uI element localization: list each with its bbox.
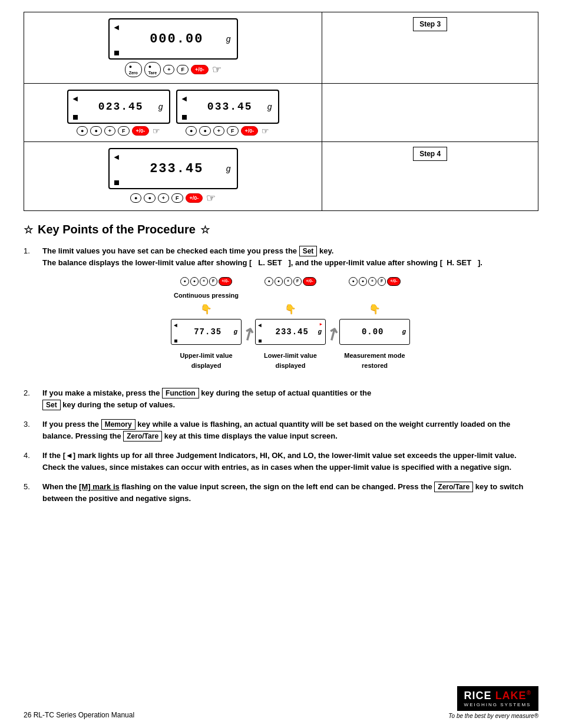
scale-display-r1: ◄ 000.00 g [108, 18, 238, 60]
mb-p1[interactable]: + [200, 277, 208, 286]
item-4-content: If the [◄] mark lights up for all three … [42, 450, 538, 473]
mb-p3[interactable]: + [368, 277, 376, 286]
ms-val-1: 77.35 [187, 326, 222, 338]
arrow-r2a: ◄ [71, 94, 80, 103]
star-right: ☆ [200, 223, 210, 236]
item-2-content: If you make a mistake, press the Functio… [42, 387, 538, 410]
pressing-col-2: ● ● + F +/0- x 👇 ◄ ▶ 233.45 [255, 277, 326, 370]
mb-t2[interactable]: ● [275, 277, 283, 286]
continuous-label: Continuous pressing [174, 291, 239, 301]
key-points-heading: ☆ Key Points of the Procedure ☆ [24, 223, 538, 236]
arrow-r3: ◄ [113, 152, 121, 162]
ms-sq-1 [174, 340, 177, 342]
mb-z1[interactable]: ● [180, 277, 189, 286]
ms-arrow-2: ◄ [258, 321, 262, 330]
btn-t-r2a[interactable]: ● [90, 126, 101, 136]
list-item-3: 3. If you press the Memory key while a v… [24, 419, 538, 442]
btn-p-r3[interactable]: + [158, 193, 169, 203]
btn-red-r1[interactable]: +/0- [191, 65, 209, 74]
mb-r1[interactable]: +/0- [219, 277, 232, 286]
item-1-key-set[interactable]: Set [299, 246, 318, 256]
btn-r-r2b[interactable]: +/0- [241, 126, 259, 136]
btn-r-r3[interactable]: +/0- [186, 193, 203, 203]
rice-lake-logo: RICE LAKE® WEIGHING SYSTEMS [457, 686, 538, 711]
scale-display-r2a: ◄ 023.45 g [67, 90, 170, 124]
btn-f-r2a[interactable]: F [118, 126, 130, 136]
mini-scale-3: 0.00 g [339, 319, 410, 345]
mini-scale-1: ◄ 77.35 g [171, 319, 242, 345]
table-row-1-right: Step 3 [322, 12, 538, 84]
scale-square-r1 [114, 51, 119, 55]
item-5-key-zerotare[interactable]: Zero/Tare [434, 482, 473, 492]
item-2-text-c: key during the setup of values. [62, 400, 175, 409]
table-row-2-left: ◄ 023.45 g ● ● + F +/0- ☞ [24, 84, 322, 142]
item-3-key-zerotare[interactable]: Zero/Tare [123, 431, 162, 442]
item-5-num: 5. [24, 481, 35, 504]
btn-f-r1[interactable]: F [177, 65, 189, 74]
mb-f1[interactable]: F [209, 277, 217, 286]
btn-p-r2b[interactable]: + [213, 126, 224, 136]
item-1-num: 1. [24, 245, 35, 379]
footer: 26 RL-TC Series Operation Manual RICE LA… [0, 686, 562, 719]
mini-btns-3: ● ● + F +/0- [349, 277, 400, 286]
mb-z2[interactable]: ● [265, 277, 273, 286]
mb-t1[interactable]: ● [190, 277, 199, 286]
page-wrapper: ◄ 000.00 g ●Zero ●Tare + F +/0- ☞ [0, 0, 562, 548]
scale-unit-r1: g [226, 34, 231, 44]
btn-f-r2b[interactable]: F [227, 126, 239, 136]
ms-arrow-1: ◄ [174, 321, 177, 330]
item-2-key-function[interactable]: Function [162, 388, 199, 398]
btn-f-r3[interactable]: F [171, 193, 183, 203]
item-3-key-memory[interactable]: Memory [101, 419, 135, 430]
scale-unit-r2a: g [158, 102, 163, 111]
list-item-2: 2. If you make a mistake, press the Func… [24, 387, 538, 410]
finger-r3: ☞ [206, 192, 216, 205]
finger-r2a: ☞ [153, 126, 160, 136]
item-3-text-c: key at this time displays the value inpu… [164, 431, 338, 440]
scale-arrow-r1: ◄ [113, 22, 121, 32]
finger-down-3: 👇 [369, 302, 381, 317]
item-5-text-a: When the [M] mark is flashing on the val… [42, 482, 434, 491]
btn-z-r3[interactable]: ● [130, 193, 141, 203]
btn-p-r2a[interactable]: + [104, 126, 115, 136]
item-2-text-a: If you make a mistake, press the [42, 388, 162, 397]
btn-row-r2b: ● ● + F +/0- ☞ [186, 126, 269, 136]
list-item-4: 4. If the [◄] mark lights up for all thr… [24, 450, 538, 473]
square-r2a [73, 115, 78, 120]
btn-r-r2a[interactable]: +/0- [132, 126, 150, 136]
mb-t3[interactable]: ● [359, 277, 367, 286]
btn-plus-r1[interactable]: + [163, 65, 174, 74]
press-label-2a: Lower-limit value displayed [264, 351, 317, 370]
btn-z-r2b[interactable]: ● [186, 126, 197, 136]
scale-value-r1: 000.00 [150, 32, 203, 47]
square-r3 [114, 180, 119, 185]
mini-btns-2: ● ● + F +/0- [265, 277, 316, 286]
mb-p2[interactable]: + [284, 277, 292, 286]
mini-scale-2: ◄ ▶ 233.45 g [255, 319, 326, 345]
key-points-title: Key Points of the Procedure [38, 223, 196, 236]
scale-wrapper-r2a: ◄ 023.45 g ● ● + F +/0- ☞ [67, 90, 170, 136]
btn-zero-r1[interactable]: ●Zero [125, 62, 142, 77]
mb-f2[interactable]: F [293, 277, 302, 286]
table-row-2-right [322, 84, 538, 142]
scale-val-r2b: 033.45 [207, 101, 253, 113]
btn-tare-r1[interactable]: ●Tare [144, 62, 161, 77]
btn-t-r2b[interactable]: ● [199, 126, 210, 136]
pressing-col-3: ● ● + F +/0- x 👇 0.00 g M [339, 277, 410, 370]
logo-sub: WEIGHING SYSTEMS [464, 702, 531, 707]
btn-row-r2a: ● ● + F +/0- ☞ [77, 126, 160, 136]
table-row-1-left: ◄ 000.00 g ●Zero ●Tare + F +/0- ☞ [24, 12, 322, 84]
item-2-key-set[interactable]: Set [42, 400, 61, 410]
diagram-table: ◄ 000.00 g ●Zero ●Tare + F +/0- ☞ [24, 12, 538, 211]
mb-z3[interactable]: ● [349, 277, 357, 286]
mb-r3[interactable]: +/0- [387, 277, 400, 286]
scale-wrapper-r3: ◄ 233.45 g ● ● + F +/0- ☞ [33, 148, 313, 205]
mb-f3[interactable]: F [378, 277, 386, 286]
item-4-text: If the [◄] mark lights up for all three … [42, 451, 517, 472]
logo-name: RICE LAKE® [464, 690, 531, 702]
list-item-1: 1. The limit values you have set can be … [24, 245, 538, 379]
btn-z-r2a[interactable]: ● [77, 126, 88, 136]
btn-row-r3: ● ● + F +/0- ☞ [130, 192, 216, 205]
mb-r2[interactable]: +/0- [303, 277, 316, 286]
btn-t-r3[interactable]: ● [144, 193, 155, 203]
